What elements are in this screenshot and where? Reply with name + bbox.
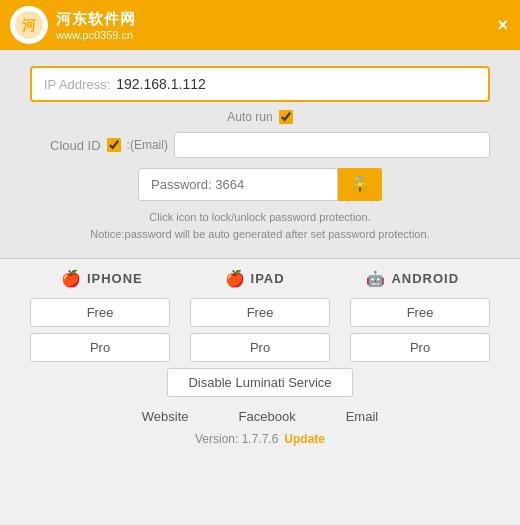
email-link[interactable]: Email bbox=[346, 409, 379, 424]
ip-label: IP Address: bbox=[44, 77, 110, 92]
pro-buttons-row: Pro Pro Pro bbox=[20, 333, 500, 362]
update-link[interactable]: Update bbox=[284, 432, 325, 446]
facebook-link[interactable]: Facebook bbox=[239, 409, 296, 424]
notice-line2: Notice:password will be auto generated a… bbox=[30, 226, 490, 243]
cloud-id-row: Cloud ID :(Email) bbox=[30, 132, 490, 158]
android-free-button[interactable]: Free bbox=[350, 298, 490, 327]
cloud-id-checkbox[interactable] bbox=[107, 138, 121, 152]
website-link[interactable]: Website bbox=[142, 409, 189, 424]
ipad-platform: 🍎 IPAD bbox=[225, 269, 285, 288]
ipad-free-button[interactable]: Free bbox=[190, 298, 330, 327]
android-platform: 🤖 ANDROID bbox=[366, 270, 459, 288]
svg-text:河: 河 bbox=[22, 17, 37, 33]
iphone-pro-button[interactable]: Pro bbox=[30, 333, 170, 362]
app-name: 河东软件网 bbox=[56, 10, 136, 29]
apple-iphone-icon: 🍎 bbox=[61, 269, 82, 288]
android-label: ANDROID bbox=[391, 271, 459, 286]
ipad-label: IPAD bbox=[251, 271, 285, 286]
cloud-id-label: Cloud ID bbox=[50, 138, 101, 153]
email-label: :(Email) bbox=[127, 138, 168, 152]
close-button[interactable]: × bbox=[497, 16, 508, 34]
android-pro-button[interactable]: Pro bbox=[350, 333, 490, 362]
ip-address-input[interactable] bbox=[116, 76, 476, 92]
ip-address-row: IP Address: bbox=[30, 66, 490, 102]
free-buttons-row: Free Free Free bbox=[20, 298, 500, 327]
apple-ipad-icon: 🍎 bbox=[225, 269, 246, 288]
auto-run-checkbox[interactable] bbox=[279, 110, 293, 124]
disable-luminati-button[interactable]: Disable Luminati Service bbox=[167, 368, 352, 397]
lock-button[interactable]: 🔓 bbox=[338, 168, 382, 201]
iphone-label: IPHONE bbox=[87, 271, 143, 286]
platform-icons-row: 🍎 IPHONE 🍎 IPAD 🤖 ANDROID bbox=[20, 269, 500, 288]
title-text: 河东软件网 www.pc0359.cn bbox=[56, 10, 136, 41]
ipad-pro-button[interactable]: Pro bbox=[190, 333, 330, 362]
app-url: www.pc0359.cn bbox=[56, 29, 136, 41]
version-label: Version: 1.7.7.6 bbox=[195, 432, 278, 446]
logo: 河 bbox=[10, 6, 48, 44]
title-bar: 河 河东软件网 www.pc0359.cn × bbox=[0, 0, 520, 50]
android-icon: 🤖 bbox=[366, 270, 386, 288]
password-input[interactable] bbox=[138, 168, 338, 201]
auto-run-label: Auto run bbox=[227, 110, 272, 124]
lock-icon: 🔓 bbox=[350, 175, 370, 194]
notice-text: Click icon to lock/unlock password prote… bbox=[30, 209, 490, 242]
notice-line1: Click icon to lock/unlock password prote… bbox=[30, 209, 490, 226]
auto-run-row: Auto run bbox=[30, 110, 490, 124]
version-row: Version: 1.7.7.6 Update bbox=[20, 432, 500, 446]
iphone-platform: 🍎 IPHONE bbox=[61, 269, 143, 288]
iphone-free-button[interactable]: Free bbox=[30, 298, 170, 327]
platform-section: 🍎 IPHONE 🍎 IPAD 🤖 ANDROID Free Free Free… bbox=[0, 259, 520, 460]
password-row: 🔓 bbox=[30, 168, 490, 201]
config-panel: IP Address: Auto run Cloud ID :(Email) 🔓… bbox=[0, 50, 520, 258]
footer-links: Website Facebook Email bbox=[20, 409, 500, 424]
disable-row: Disable Luminati Service bbox=[20, 368, 500, 397]
email-input[interactable] bbox=[174, 132, 490, 158]
